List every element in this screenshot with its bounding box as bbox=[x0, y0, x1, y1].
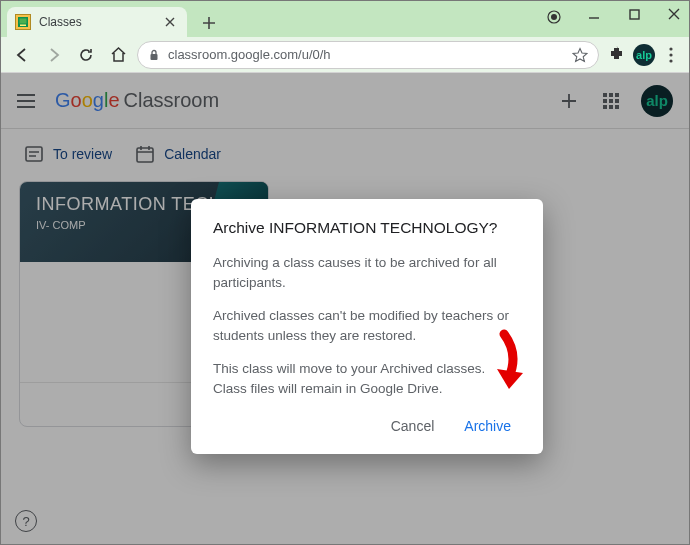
window-controls bbox=[583, 3, 685, 25]
url-field[interactable]: classroom.google.com/u/0/h bbox=[137, 41, 599, 69]
tab-title: Classes bbox=[39, 15, 155, 29]
window-close-icon[interactable] bbox=[663, 3, 685, 25]
browser-menu-icon[interactable] bbox=[661, 45, 681, 65]
bookmark-star-icon[interactable] bbox=[572, 47, 588, 63]
svg-rect-6 bbox=[151, 54, 158, 60]
window-maximize-icon[interactable] bbox=[623, 3, 645, 25]
svg-rect-5 bbox=[630, 10, 639, 19]
browser-address-bar: classroom.google.com/u/0/h alp bbox=[1, 37, 689, 73]
nav-back-icon[interactable] bbox=[9, 42, 35, 68]
nav-home-icon[interactable] bbox=[105, 42, 131, 68]
profile-switcher-icon[interactable] bbox=[547, 10, 561, 24]
window-minimize-icon[interactable] bbox=[583, 3, 605, 25]
lock-icon bbox=[148, 49, 160, 61]
svg-rect-1 bbox=[20, 19, 27, 24]
browser-profile-avatar[interactable]: alp bbox=[633, 44, 655, 66]
svg-point-8 bbox=[669, 53, 672, 56]
cancel-button[interactable]: Cancel bbox=[387, 412, 439, 440]
new-tab-button[interactable] bbox=[197, 11, 221, 35]
page-viewport: Google Classroom alp To review Calendar … bbox=[1, 73, 689, 544]
svg-point-4 bbox=[551, 14, 557, 20]
dialog-actions: Cancel Archive bbox=[213, 412, 521, 440]
tab-favicon-classroom-icon bbox=[15, 14, 31, 30]
dialog-text-1: Archiving a class causes it to be archiv… bbox=[213, 253, 521, 292]
svg-point-7 bbox=[669, 47, 672, 50]
dialog-text-3: This class will move to your Archived cl… bbox=[213, 359, 521, 398]
svg-point-9 bbox=[669, 59, 672, 62]
extensions-icon[interactable] bbox=[605, 44, 627, 66]
dialog-text-2: Archived classes can't be modified by te… bbox=[213, 306, 521, 345]
tab-close-icon[interactable] bbox=[163, 15, 177, 29]
svg-rect-2 bbox=[20, 25, 26, 27]
archive-dialog: Archive INFORMATION TECHNOLOGY? Archivin… bbox=[191, 199, 543, 454]
browser-tab[interactable]: Classes bbox=[7, 7, 187, 37]
dialog-title: Archive INFORMATION TECHNOLOGY? bbox=[213, 219, 521, 237]
url-text: classroom.google.com/u/0/h bbox=[168, 47, 564, 62]
nav-reload-icon[interactable] bbox=[73, 42, 99, 68]
nav-forward-icon bbox=[41, 42, 67, 68]
browser-title-bar: Classes bbox=[1, 1, 689, 37]
archive-button[interactable]: Archive bbox=[460, 412, 515, 440]
